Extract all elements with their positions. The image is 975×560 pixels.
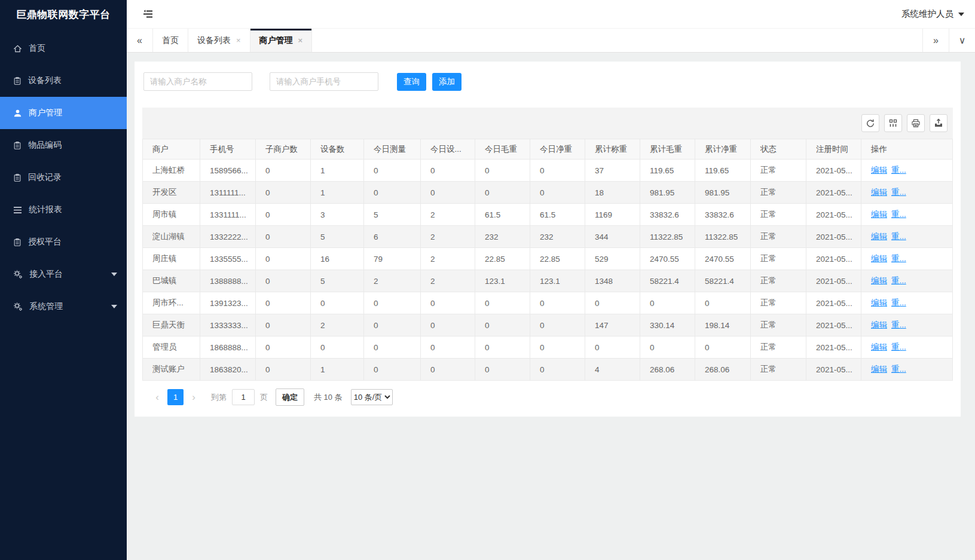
sidebar-item-0[interactable]: 首页 — [0, 32, 127, 65]
sidebar-item-3[interactable]: 物品编码 — [0, 129, 127, 161]
table-row-4: 周庄镇1335555...01679222.8522.855292470.552… — [143, 248, 953, 270]
sidebar-item-5[interactable]: 统计报表 — [0, 194, 127, 226]
edit-link[interactable]: 编辑 — [871, 232, 887, 241]
reset-link[interactable]: 重... — [891, 276, 906, 285]
sidebar-item-7[interactable]: 接入平台 — [0, 258, 127, 290]
close-tab-icon[interactable]: × — [236, 36, 241, 45]
clipboard-icon — [13, 141, 22, 150]
tabbar-spacer — [312, 29, 922, 52]
sidebar-item-label: 系统管理 — [29, 301, 63, 312]
table-cell: 正常 — [751, 292, 806, 314]
edit-link[interactable]: 编辑 — [871, 365, 887, 374]
tabs-scroll-left-icon[interactable]: « — [127, 29, 153, 52]
tabs-collapse-icon[interactable]: ∨ — [949, 29, 975, 52]
sidebar-item-2[interactable]: 商户管理 — [0, 97, 127, 129]
sidebar-item-1[interactable]: 设备列表 — [0, 65, 127, 97]
refresh-icon[interactable] — [861, 114, 879, 132]
page-size-select[interactable]: 10 条/页 — [351, 389, 393, 405]
reset-link[interactable]: 重... — [891, 232, 906, 241]
edit-link[interactable]: 编辑 — [871, 254, 887, 263]
confirm-page-button[interactable]: 确定 — [276, 388, 304, 406]
sidebar-item-6[interactable]: 授权平台 — [0, 226, 127, 258]
chevron-down-icon — [111, 273, 117, 276]
edit-link[interactable]: 编辑 — [871, 276, 887, 285]
sidebar-item-4[interactable]: 回收记录 — [0, 161, 127, 194]
reset-link[interactable]: 重... — [891, 254, 906, 263]
table-cell: 0 — [695, 292, 751, 314]
export-icon[interactable] — [930, 114, 948, 132]
column-header-12: 注册时间 — [806, 139, 861, 160]
table-cell: 344 — [585, 226, 640, 248]
search-row: 查询 添加 — [143, 72, 953, 91]
table-cell: 周庄镇 — [143, 248, 200, 270]
table-cell: 0 — [256, 160, 311, 182]
reset-link[interactable]: 重... — [891, 210, 906, 219]
tab-0[interactable]: 首页 — [153, 29, 188, 52]
table-cell: 16 — [311, 248, 364, 270]
reset-link[interactable]: 重... — [891, 365, 906, 374]
table-cell: 119.65 — [640, 160, 695, 182]
add-button[interactable]: 添加 — [432, 73, 461, 91]
table-cell: 0 — [530, 292, 585, 314]
edit-link[interactable]: 编辑 — [871, 298, 887, 307]
table-cell: 0 — [256, 226, 311, 248]
table-cell: 0 — [475, 160, 530, 182]
table-cell: 2 — [364, 270, 421, 292]
reset-link[interactable]: 重... — [891, 188, 906, 197]
table-row-2: 周市镇1331111...035261.561.5116933832.63383… — [143, 204, 953, 226]
table-cell: 268.06 — [695, 359, 751, 381]
merchant-phone-input[interactable] — [270, 72, 378, 91]
table-cell: 1 — [311, 359, 364, 381]
merchant-name-input[interactable] — [143, 72, 252, 91]
print-icon[interactable] — [907, 114, 925, 132]
table-cell: 0 — [530, 336, 585, 359]
table-cell: 2021-05... — [806, 336, 861, 359]
table-cell: 0 — [256, 336, 311, 359]
table-cell-actions: 编辑重... — [861, 160, 953, 182]
table-cell: 2021-05... — [806, 292, 861, 314]
columns-icon[interactable] — [884, 114, 902, 132]
column-header-5: 今日设... — [421, 139, 475, 160]
edit-link[interactable]: 编辑 — [871, 342, 887, 351]
tab-1[interactable]: 设备列表× — [188, 29, 250, 52]
table-cell: 正常 — [751, 336, 806, 359]
edit-link[interactable]: 编辑 — [871, 166, 887, 175]
user-menu[interactable]: 系统维护人员 — [901, 8, 964, 20]
goto-page-input[interactable] — [232, 389, 255, 405]
table-cell: 1169 — [585, 204, 640, 226]
table-cell: 1391323... — [200, 292, 256, 314]
next-page-icon[interactable]: › — [187, 391, 200, 403]
clipboard-icon — [13, 173, 22, 182]
edit-link[interactable]: 编辑 — [871, 210, 887, 219]
reset-link[interactable]: 重... — [891, 320, 906, 329]
table-cell: 周市镇 — [143, 204, 200, 226]
table-row-5: 巴城镇1388888...0522123.1123.1134858221.458… — [143, 270, 953, 292]
table-cell: 0 — [530, 314, 585, 336]
table-cell: 1331111... — [200, 204, 256, 226]
column-header-1: 手机号 — [200, 139, 256, 160]
collapse-sidebar-icon[interactable] — [142, 9, 154, 19]
sidebar-item-label: 商户管理 — [29, 108, 62, 118]
prev-page-icon[interactable]: ‹ — [151, 391, 164, 403]
column-header-2: 子商户数 — [256, 139, 311, 160]
home-icon — [13, 44, 22, 53]
reset-link[interactable]: 重... — [891, 298, 906, 307]
table-row-8: 管理员1868888...000000000正常2021-05...编辑重... — [143, 336, 953, 359]
reset-link[interactable]: 重... — [891, 342, 906, 351]
close-tab-icon[interactable]: × — [298, 36, 303, 45]
page-number-button[interactable]: 1 — [167, 389, 184, 405]
total-count-label: 共 10 条 — [314, 392, 343, 403]
table-cell: 0 — [530, 359, 585, 381]
table-cell: 123.1 — [475, 270, 530, 292]
table-cell: 0 — [421, 336, 475, 359]
sidebar-item-8[interactable]: 系统管理 — [0, 290, 127, 323]
reset-link[interactable]: 重... — [891, 166, 906, 175]
tab-2[interactable]: 商户管理× — [250, 29, 313, 52]
query-button[interactable]: 查询 — [397, 73, 426, 91]
table-cell: 0 — [421, 292, 475, 314]
tabs-scroll-right-icon[interactable]: » — [922, 29, 949, 52]
table-cell: 0 — [364, 292, 421, 314]
edit-link[interactable]: 编辑 — [871, 320, 887, 329]
table-cell: 0 — [530, 160, 585, 182]
edit-link[interactable]: 编辑 — [871, 188, 887, 197]
